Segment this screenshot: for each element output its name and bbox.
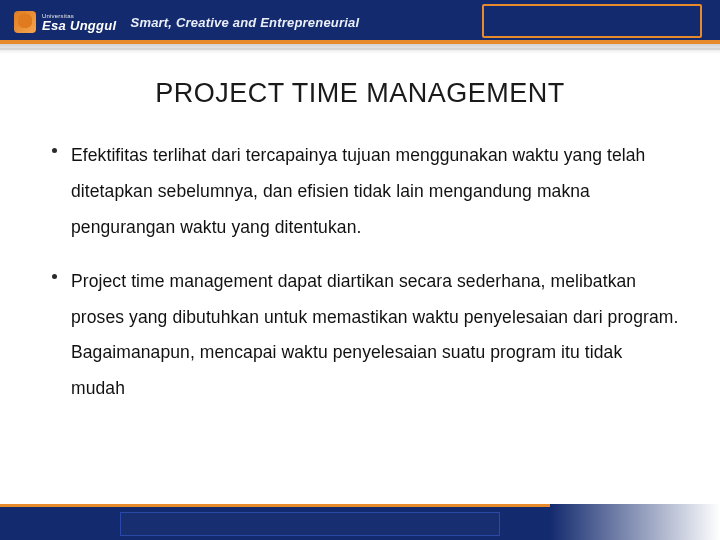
tagline: Smart, Creative and Entrepreneurial	[131, 15, 360, 30]
footer-band	[0, 504, 720, 540]
bullet-icon	[52, 148, 57, 153]
bullet-text: Project time management dapat diartikan …	[71, 264, 680, 408]
bullet-text: Efektifitas terlihat dari tercapainya tu…	[71, 138, 680, 246]
logo: Universitas Esa Unggul	[14, 11, 117, 33]
logo-main-text: Esa Unggul	[42, 19, 117, 32]
bullet-icon	[52, 274, 57, 279]
list-item: Efektifitas terlihat dari tercapainya tu…	[52, 138, 680, 246]
logo-mark-icon	[14, 11, 36, 33]
list-item: Project time management dapat diartikan …	[52, 264, 680, 408]
header-accent-box	[482, 4, 702, 38]
divider	[0, 48, 720, 50]
content-area: Efektifitas terlihat dari tercapainya tu…	[52, 138, 680, 425]
logo-text: Universitas Esa Unggul	[42, 13, 117, 32]
footer-fade	[550, 504, 720, 540]
slide-title: PROJECT TIME MANAGEMENT	[0, 78, 720, 109]
footer-accent-box	[120, 512, 500, 536]
header-band: Universitas Esa Unggul Smart, Creative a…	[0, 0, 720, 44]
